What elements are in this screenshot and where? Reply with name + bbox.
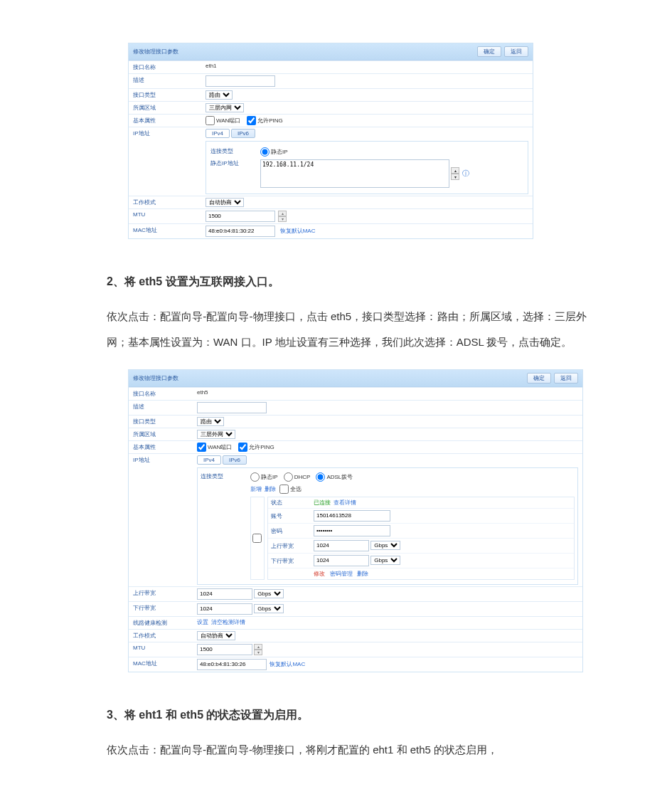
heading-step-3: 3、将 eht1 和 eth5 的状态设置为启用。 (107, 708, 587, 723)
radio-adsl[interactable] (316, 472, 325, 482)
panel-title: 修改物理接口参数 (133, 48, 474, 55)
label-ip: IP地址 (129, 127, 201, 196)
mtu-input[interactable] (197, 644, 252, 655)
adsl-status-detail-link[interactable]: 查看详情 (334, 499, 356, 506)
wan-checkbox[interactable] (206, 116, 215, 125)
mtu-spinner[interactable]: ▴▾ (254, 644, 262, 655)
ping-checkbox[interactable] (238, 443, 247, 452)
ip-subpanel: 连接类型 静态IP 静态IP地址 192.168.11.1/24 ▴ ▾ ⓘ (206, 141, 528, 194)
adsl-up-label: 上行带宽 (271, 542, 314, 550)
work-mode-select[interactable]: 自动协商 (206, 198, 244, 207)
health-set-link[interactable]: 设置 (197, 619, 208, 625)
radio-static-ip[interactable] (250, 472, 260, 482)
adsl-up-unit[interactable]: Gbps (370, 541, 400, 550)
wan-label: WAN端口 (208, 444, 232, 450)
label-down-bw: 下行带宽 (129, 602, 193, 616)
op-selectall-checkbox[interactable] (279, 485, 289, 494)
static-ip-textarea[interactable]: 192.168.11.1/24 (260, 159, 449, 188)
paragraph-step-3: 依次点击：配置向导-配置向导-物理接口，将刚才配置的 eht1 和 eth5 的… (107, 737, 587, 763)
ok-button[interactable]: 确定 (477, 46, 501, 57)
description-input[interactable] (206, 75, 275, 87)
op-delete[interactable]: 删除 (265, 486, 276, 492)
radio-static-ip-label: 静态IP (261, 474, 277, 480)
adsl-down-label: 下行带宽 (271, 557, 314, 565)
up-bw-input[interactable] (197, 588, 252, 600)
label-interface-name: 接口名称 (129, 388, 193, 400)
mac-input[interactable] (197, 659, 267, 670)
panel-header: 修改物理接口参数 确定 返回 (129, 43, 533, 60)
reset-mac-link[interactable]: 恢复默认MAC (270, 661, 305, 667)
label-interface-type: 接口类型 (129, 416, 193, 428)
op-new[interactable]: 新增 (250, 486, 262, 492)
radio-dhcp[interactable] (284, 472, 293, 482)
interface-type-select[interactable]: 路由 (197, 417, 224, 426)
up-bw-unit[interactable]: Gbps (254, 589, 284, 598)
label-description: 描述 (129, 401, 193, 415)
adsl-account-input[interactable] (314, 510, 390, 522)
panel-title: 修改物理接口参数 (133, 374, 524, 382)
radio-dhcp-label: DHCP (294, 474, 311, 480)
adsl-action-password[interactable]: 密码管理 (330, 571, 353, 577)
label-static-ip: 静态IP地址 (210, 159, 260, 167)
adsl-action-edit[interactable]: 修改 (314, 571, 325, 577)
ping-checkbox[interactable] (247, 116, 256, 125)
back-button[interactable]: 返回 (504, 46, 528, 57)
ping-label: 允许PING (257, 117, 283, 124)
mtu-input[interactable] (206, 211, 275, 222)
mac-input[interactable] (206, 226, 275, 237)
ping-label: 允许PING (249, 444, 274, 450)
label-work-mode: 工作模式 (129, 196, 201, 208)
eth5-config-panel: 修改物理接口参数 确定 返回 接口名称eth5 描述 接口类型路由 所属区域三层… (128, 369, 583, 672)
radio-static-ip-label: 静态IP (271, 149, 288, 155)
wan-label: WAN端口 (216, 117, 240, 124)
panel-header: 修改物理接口参数 确定 返回 (129, 370, 582, 387)
health-clear-link[interactable]: 清空检测详情 (211, 619, 245, 625)
value-interface-name: eth1 (201, 61, 533, 73)
label-health: 线路健康检测 (129, 617, 193, 629)
label-conn-type: 连接类型 (210, 147, 260, 155)
back-button[interactable]: 返回 (554, 373, 578, 383)
label-interface-type: 接口类型 (129, 89, 201, 101)
radio-adsl-label: ADSL拨号 (326, 474, 353, 480)
adsl-up-input[interactable] (314, 540, 369, 551)
label-mtu: MTU (129, 642, 193, 657)
tab-ipv4[interactable]: IPv4 (206, 129, 230, 138)
adsl-row-checkbox[interactable] (252, 534, 262, 543)
help-icon[interactable]: ⓘ (462, 169, 469, 179)
label-interface-name: 接口名称 (129, 61, 201, 73)
down-bw-input[interactable] (197, 603, 252, 615)
description-input[interactable] (197, 402, 267, 413)
tab-ipv6[interactable]: IPv6 (223, 455, 247, 465)
reset-mac-link[interactable]: 恢复默认MAC (280, 228, 316, 234)
eth1-config-panel: 修改物理接口参数 确定 返回 接口名称eth1 描述 接口类型路由 所属区域三层… (128, 43, 533, 239)
radio-static-ip[interactable] (260, 147, 270, 157)
down-bw-unit[interactable]: Gbps (254, 604, 284, 613)
adsl-action-delete[interactable]: 删除 (357, 571, 368, 577)
ip-subpanel: 连接类型 静态IP DHCP ADSL拨号 新增 删除 全选 (197, 467, 578, 585)
adsl-down-unit[interactable]: Gbps (370, 556, 400, 565)
paragraph-step-2: 依次点击：配置向导-配置向导-物理接口，点击 eth5，接口类型选择：路由；所属… (107, 304, 587, 355)
label-conn-type: 连接类型 (201, 472, 250, 480)
label-zone: 所属区域 (129, 102, 201, 114)
zone-select[interactable]: 三层外网 (197, 430, 235, 439)
tab-ipv4[interactable]: IPv4 (197, 455, 221, 465)
label-zone: 所属区域 (129, 428, 193, 440)
label-up-bw: 上行带宽 (129, 587, 193, 601)
wan-checkbox[interactable] (197, 443, 206, 452)
value-interface-name: eth5 (193, 388, 582, 400)
interface-type-select[interactable]: 路由 (206, 90, 233, 100)
label-work-mode: 工作模式 (129, 630, 193, 642)
work-mode-select[interactable]: 自动协商 (197, 631, 235, 640)
label-mac: MAC地址 (129, 657, 193, 672)
heading-step-2: 2、将 eth5 设置为互联网接入口。 (107, 275, 587, 290)
ok-button[interactable]: 确定 (527, 373, 551, 383)
zone-select[interactable]: 三层内网 (206, 103, 244, 112)
label-ip: IP地址 (129, 454, 193, 586)
adsl-down-input[interactable] (314, 555, 369, 566)
label-mac: MAC地址 (129, 224, 201, 238)
tab-ipv6[interactable]: IPv6 (231, 129, 255, 138)
adsl-password-input[interactable] (314, 525, 390, 536)
mtu-spinner[interactable]: ▴▾ (278, 211, 287, 222)
label-mtu: MTU (129, 209, 201, 223)
adsl-account-label: 账号 (271, 512, 314, 520)
